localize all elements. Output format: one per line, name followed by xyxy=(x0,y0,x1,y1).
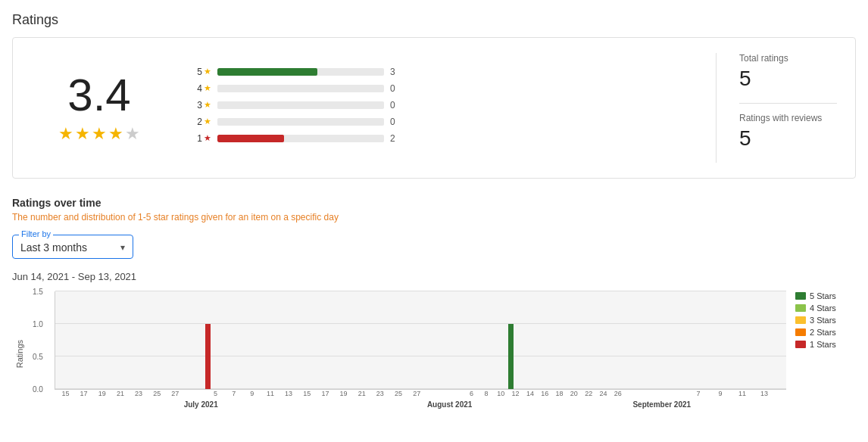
bar-row-3: 3★ 0 xyxy=(190,100,693,110)
x-tick: 13 xyxy=(285,390,292,397)
reviews-label: Ratings with reviews xyxy=(739,113,837,123)
x-tick: 5 xyxy=(214,390,217,397)
x-tick: 20 xyxy=(570,390,578,397)
bar-label-5: 5 xyxy=(197,67,202,77)
legend-color-3stars xyxy=(795,316,806,324)
filter-select[interactable]: Last 3 months ▾ xyxy=(20,241,125,254)
x-tick: 15 xyxy=(61,390,69,397)
x-tick: 18 xyxy=(556,390,564,397)
legend-3stars: 3 Stars xyxy=(795,316,856,325)
chart-area: Ratings 0.0 0.5 1.0 1.5 15 17 19 21 23 xyxy=(12,291,856,417)
legend-label-3stars: 3 Stars xyxy=(810,316,836,325)
bar-track-4 xyxy=(217,85,384,92)
x-tick: 13 xyxy=(760,390,768,397)
x-tick: 17 xyxy=(321,390,329,397)
x-tick: 16 xyxy=(541,390,548,397)
x-month-july: July 2021 xyxy=(184,400,218,409)
ratings-card: 3.4 ★ ★ ★ ★ ★ 5★ 3 4★ 0 3★ 0 2★ 0 xyxy=(12,37,856,179)
chart-inner: 0.0 0.5 1.0 1.5 xyxy=(55,291,786,390)
legend-color-1stars xyxy=(795,341,806,348)
x-tick: 25 xyxy=(153,390,161,397)
x-tick: 26 xyxy=(614,390,622,397)
chart-container: 0.0 0.5 1.0 1.5 15 17 19 21 23 25 27 Jul… xyxy=(33,291,786,417)
legend-5stars: 5 Stars xyxy=(795,291,856,300)
star-3: ★ xyxy=(92,124,107,144)
average-score: 3.4 xyxy=(31,73,167,118)
reviews-value: 5 xyxy=(739,126,837,151)
legend-label-5stars: 5 Stars xyxy=(810,291,836,300)
bar-star-3: ★ xyxy=(204,100,211,110)
big-score: 3.4 ★ ★ ★ ★ ★ xyxy=(31,73,167,144)
bar-label-1: 1 xyxy=(197,133,202,144)
bar-row-2: 2★ 0 xyxy=(190,117,693,127)
bar-chart-section: 5★ 3 4★ 0 3★ 0 2★ 0 1★ 2 xyxy=(167,67,716,150)
legend-4stars: 4 Stars xyxy=(795,303,856,313)
x-tick: 11 xyxy=(267,390,274,397)
x-tick: 9 xyxy=(719,390,723,397)
x-tick: 23 xyxy=(376,390,384,397)
date-range: Jun 14, 2021 - Sep 13, 2021 xyxy=(12,271,856,282)
legend-color-5stars xyxy=(795,292,806,300)
star-1: ★ xyxy=(58,124,73,144)
x-tick: 22 xyxy=(585,390,592,397)
x-tick: 23 xyxy=(135,390,142,397)
totals-section: Total ratings 5 Ratings with reviews 5 xyxy=(716,53,837,163)
x-tick: 19 xyxy=(340,390,348,397)
bar-star-4: ★ xyxy=(204,83,211,93)
chevron-down-icon: ▾ xyxy=(120,242,125,253)
bar-count-4: 0 xyxy=(390,83,402,94)
x-tick: 14 xyxy=(526,390,534,397)
legend-2stars: 2 Stars xyxy=(795,328,856,337)
x-tick: 9 xyxy=(250,390,254,397)
x-tick: 27 xyxy=(171,390,179,397)
chart-legend: 5 Stars 4 Stars 3 Stars 2 Stars 1 Stars xyxy=(795,291,856,349)
total-ratings-value: 5 xyxy=(739,67,837,91)
over-time-title: Ratings over time xyxy=(12,197,856,209)
star-5: ★ xyxy=(125,124,140,144)
y-axis-label: Ratings xyxy=(12,340,24,368)
x-tick: 25 xyxy=(395,390,402,397)
bar-track-1 xyxy=(217,135,384,142)
x-tick: 6 xyxy=(470,390,473,397)
page-title: Ratings xyxy=(12,12,856,28)
bar-row-4: 4★ 0 xyxy=(190,83,693,94)
bar-row-5: 5★ 3 xyxy=(190,67,693,77)
bar-label-2: 2 xyxy=(197,117,202,127)
legend-label-2stars: 2 Stars xyxy=(810,328,836,337)
x-tick: 27 xyxy=(413,390,420,397)
bar-count-5: 3 xyxy=(390,67,402,77)
star-4: ★ xyxy=(108,124,123,144)
x-month-august: August 2021 xyxy=(427,400,472,409)
star-2: ★ xyxy=(75,124,90,144)
x-tick: 11 xyxy=(738,390,746,397)
bar-count-1: 2 xyxy=(390,133,402,144)
bar-star-2: ★ xyxy=(204,117,211,126)
bar-count-3: 0 xyxy=(390,100,402,110)
x-tick: 17 xyxy=(80,390,88,397)
total-ratings-label: Total ratings xyxy=(739,53,837,64)
chart-bar-red xyxy=(205,324,211,389)
x-tick: 12 xyxy=(512,390,520,397)
x-tick: 24 xyxy=(599,390,607,397)
bar-track-2 xyxy=(217,118,384,126)
over-time-subtitle: The number and distribution of 1-5 star … xyxy=(12,212,856,223)
filter-label: Filter by xyxy=(19,229,53,238)
bar-fill-5 xyxy=(217,68,317,76)
bar-star-5: ★ xyxy=(204,67,211,76)
chart-bar-green xyxy=(508,324,514,389)
x-tick: 15 xyxy=(303,390,311,397)
legend-1stars: 1 Stars xyxy=(795,340,856,349)
x-month-september: September 2021 xyxy=(632,400,691,409)
x-tick: 19 xyxy=(98,390,106,397)
filter-box[interactable]: Filter by Last 3 months ▾ xyxy=(12,235,133,259)
x-tick: 7 xyxy=(697,390,701,397)
x-tick: 21 xyxy=(117,390,124,397)
legend-color-4stars xyxy=(795,304,806,312)
legend-label-1stars: 1 Stars xyxy=(810,340,836,349)
x-tick: 21 xyxy=(358,390,366,397)
legend-color-2stars xyxy=(795,328,806,336)
x-tick: 8 xyxy=(484,390,488,397)
bar-label-4: 4 xyxy=(197,83,202,94)
bar-count-2: 0 xyxy=(390,117,402,127)
x-tick: 7 xyxy=(232,390,236,397)
